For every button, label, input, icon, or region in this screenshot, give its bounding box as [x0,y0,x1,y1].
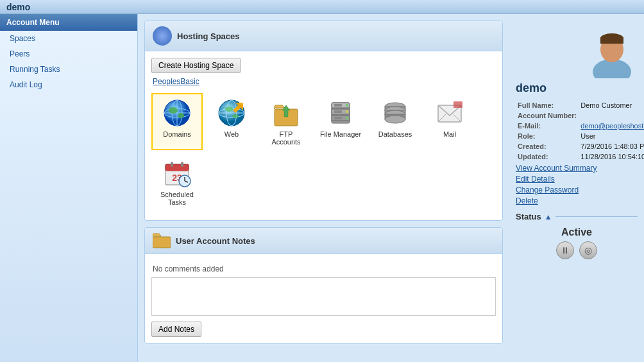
pause-icon: ⏸ [561,245,570,255]
svg-point-12 [232,114,239,118]
user-display-name: demo [516,82,638,95]
user-info-table: Full Name: Demo Customer Account Number:… [516,100,644,162]
status-section: Status ▲ Active ⏸ ◎ [516,212,638,259]
hosting-spaces-title: Hosting Spaces [177,31,240,41]
avatar-area [516,21,638,78]
databases-icon [380,98,411,128]
icons-grid: Domains [151,90,496,214]
svg-point-6 [178,113,184,118]
activate-icon: ◎ [584,245,592,255]
svg-point-22 [346,117,348,119]
icon-item-scheduled-tasks[interactable]: 23 Scheduled Tasks [151,153,203,211]
view-account-summary-link[interactable]: View Account Summary [516,164,638,173]
svg-point-20 [346,104,348,107]
sidebar: Account Menu Spaces Peers Running Tasks … [0,14,138,362]
avatar [586,21,638,78]
user-account-notes-panel: User Account Notes No comments added Add… [144,227,503,344]
header-title: demo [6,2,30,12]
svg-rect-24 [334,110,342,113]
svg-point-32 [385,116,405,123]
scheduled-tasks-icon: 23 [162,158,192,189]
web-label: Web [225,130,239,138]
icon-item-domains[interactable]: Domains [151,93,203,150]
mail-icon [434,98,465,128]
created-label: Created: [516,141,579,151]
full-name-value: Demo Customer [579,100,644,110]
notes-panel-header: User Account Notes [145,228,502,254]
account-number-label: Account Number: [516,110,579,121]
file-manager-label: File Manager [320,130,361,138]
right-panel: demo Full Name: Demo Customer Account Nu… [509,14,644,362]
status-header: Status ▲ [516,212,638,221]
svg-rect-23 [334,104,342,107]
sidebar-item-running-tasks[interactable]: Running Tasks [0,62,137,77]
domains-icon [162,98,192,128]
svg-point-11 [225,107,233,112]
account-number-value [579,110,644,121]
databases-label: Databases [378,130,412,138]
svg-rect-36 [453,101,462,108]
updated-label: Updated: [516,151,579,162]
status-arrow-icon: ▲ [545,212,552,221]
icon-item-ftp[interactable]: FTP Accounts [260,93,312,150]
notes-panel-title: User Account Notes [176,236,255,246]
svg-rect-41 [181,162,183,167]
sidebar-item-spaces[interactable]: Spaces [0,31,137,46]
mail-label: Mail [443,130,456,138]
icon-item-file-manager[interactable]: File Manager [315,93,366,150]
email-label: E-Mail: [516,121,579,131]
ftp-label: FTP Accounts [265,130,307,146]
full-name-label: Full Name: [516,100,579,110]
no-comments-text: No comments added [151,261,496,277]
edit-details-link[interactable]: Edit Details [516,175,638,184]
email-value: demo@peopleshost.com [579,121,644,131]
notes-folder-icon [153,233,171,248]
updated-value: 11/28/2016 10:54:10 PM [579,151,644,162]
email-link[interactable]: demo@peopleshost.com [580,122,644,130]
svg-point-5 [169,107,178,114]
role-label: Role: [516,131,579,141]
svg-rect-46 [153,237,171,248]
icon-item-databases[interactable]: Databases [369,93,421,150]
role-value: User [579,131,644,141]
svg-rect-25 [334,117,342,119]
svg-rect-39 [165,169,189,171]
svg-rect-40 [171,162,173,167]
notes-textarea[interactable] [151,277,496,316]
create-hosting-space-button[interactable]: Create Hosting Space [151,58,241,73]
peoples-basic-link[interactable]: PeoplesBasic [151,73,496,90]
activate-button[interactable]: ◎ [579,241,597,259]
file-manager-icon [325,98,356,128]
status-label: Status [516,212,541,221]
pause-button[interactable]: ⏸ [556,241,574,259]
icon-item-mail[interactable]: Mail [424,93,475,150]
domains-label: Domains [163,130,191,138]
main-content: Hosting Spaces Create Hosting Space Peop… [138,14,509,362]
ftp-icon [271,98,301,128]
sidebar-menu-title: Account Menu [0,14,137,31]
created-value: 7/29/2016 1:48:03 PM [579,141,644,151]
icon-item-web[interactable]: Web [206,93,257,150]
status-buttons: ⏸ ◎ [516,241,638,259]
web-icon [216,98,247,128]
sidebar-item-peers[interactable]: Peers [0,46,137,62]
hosting-spaces-header: Hosting Spaces [145,21,502,51]
sidebar-item-audit-log[interactable]: Audit Log [0,77,137,92]
hosting-spaces-body: Create Hosting Space PeoplesBasic [145,51,502,220]
header: demo [0,0,644,14]
notes-panel-body: No comments added Add Notes [145,254,502,343]
change-password-link[interactable]: Change Password [516,185,638,194]
delete-link[interactable]: Delete [516,196,638,205]
add-notes-button[interactable]: Add Notes [151,322,201,337]
svg-point-21 [346,110,348,113]
hosting-spaces-panel: Hosting Spaces Create Hosting Space Peop… [144,21,503,221]
status-value: Active [516,227,638,238]
hosting-spaces-icon [153,26,172,46]
svg-rect-52 [600,37,623,44]
scheduled-tasks-label: Scheduled Tasks [156,191,198,206]
